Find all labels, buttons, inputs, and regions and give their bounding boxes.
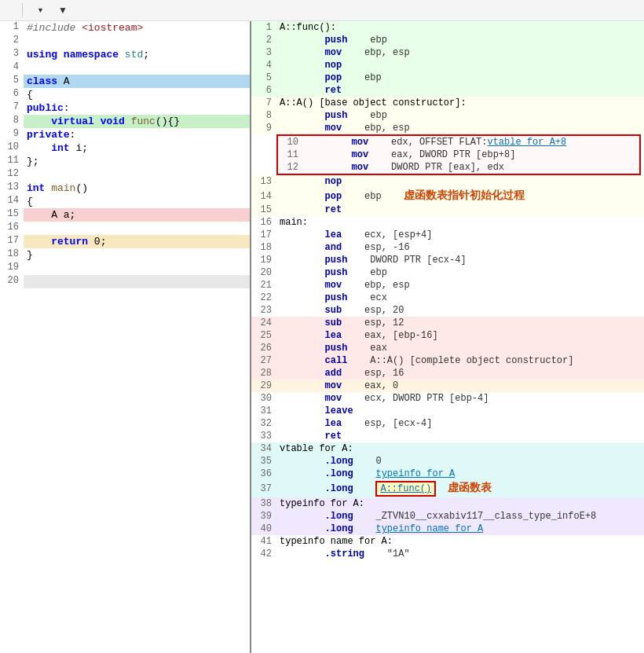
line-number: 20 [0, 275, 24, 288]
asm-line: 36 .long typeinfo for A [251, 468, 644, 480]
line-number: 2 [0, 35, 24, 48]
line-content: A a; [24, 208, 250, 222]
asm-line-content: .long typeinfo for A [276, 468, 644, 480]
asm-line: 30 mov ecx, DWORD PTR [ebp-4] [251, 392, 644, 405]
line-number: 15 [0, 208, 24, 222]
line-content: { [24, 88, 250, 101]
code-line: 2 [0, 35, 250, 48]
code-line: 6{ [0, 88, 250, 101]
asm-line-number: 23 [251, 305, 276, 316]
code-line: 10 int i; [0, 141, 250, 155]
line-content [24, 35, 250, 48]
code-line: 5class A [0, 75, 250, 88]
asm-line-content: .long _ZTVN10__cxxabiv117__class_type_in… [276, 510, 644, 523]
asm-line-number: 41 [251, 536, 276, 547]
line-content [24, 61, 250, 75]
output-arrow-icon: ▼ [37, 6, 44, 14]
asm-line-number: 27 [251, 355, 276, 366]
asm-line: 6 ret [251, 84, 644, 97]
asm-line-number: 13 [251, 176, 276, 187]
asm-line-number: 21 [251, 280, 276, 291]
asm-line-content: sub esp, 12 [276, 317, 644, 329]
asm-line-number: 24 [251, 317, 276, 328]
code-line: 19 [0, 262, 250, 275]
line-content: int main() [24, 182, 250, 195]
asm-line-content: lea esp, [ecx-4] [276, 417, 644, 430]
asm-line-number: 19 [251, 255, 276, 266]
asm-area: 1A::func():2 push ebp3 mov ebp, esp4 nop… [251, 21, 644, 560]
asm-line-content: main: [276, 216, 644, 229]
filter-icon: ▼ [58, 5, 68, 16]
asm-line: 26 push eax [251, 342, 644, 354]
asm-line-content: push ecx [276, 292, 644, 304]
line-content: { [24, 195, 250, 208]
asm-line-number: 3 [251, 47, 276, 58]
asm-line-content: mov ebp, esp [276, 122, 644, 134]
asm-line: 2 push ebp [251, 34, 644, 46]
asm-line-number: 40 [251, 523, 276, 534]
asm-line-content: call A::A() [complete object constructor… [276, 354, 644, 367]
asm-line-number: 14 [251, 191, 276, 202]
asm-line-content: and esp, -16 [276, 241, 644, 254]
asm-line-content: A::func(): [276, 21, 644, 34]
asm-line-number: 32 [251, 418, 276, 429]
asm-line: 12 mov DWORD PTR [eax], edx [278, 161, 639, 174]
line-number: 11 [0, 155, 24, 168]
code-line: 17 return 0; [0, 235, 250, 248]
asm-line-number: 11 [278, 149, 303, 160]
asm-line-number: 1 [251, 22, 276, 33]
asm-line-content: pop ebp 虚函数表指针初始化过程 [276, 188, 644, 204]
asm-line: 32 lea esp, [ecx-4] [251, 417, 644, 430]
code-line: 16 [0, 222, 250, 235]
asm-line-number: 12 [278, 162, 303, 173]
code-line: 1#include <iostream> [0, 21, 250, 35]
asm-line: 8 push ebp [251, 109, 644, 122]
line-number: 4 [0, 61, 24, 75]
asm-line: 10 mov edx, OFFSET FLAT:vtable for A+8 [278, 136, 639, 149]
asm-line-content: ret [276, 84, 644, 97]
asm-line-number: 35 [251, 456, 276, 467]
asm-line-number: 42 [251, 548, 276, 559]
asm-line: 16main: [251, 216, 644, 229]
asm-line-content: leave [276, 405, 644, 417]
libraries-button[interactable] [79, 9, 89, 12]
line-content [24, 275, 250, 288]
asm-line: 11 mov eax, DWORD PTR [ebp+8] [278, 149, 639, 161]
asm-line: 28 add esp, 16 [251, 367, 644, 380]
add-new-button[interactable] [93, 9, 103, 12]
asm-line-number: 8 [251, 110, 276, 121]
asm-line: 35 .long 0 [251, 455, 644, 468]
asm-line-content: vtable for A: [276, 442, 644, 455]
asm-line: 17 lea ecx, [esp+4] [251, 229, 644, 241]
asm-line: 21 mov ebp, esp [251, 279, 644, 292]
line-number: 9 [0, 128, 24, 141]
asm-line-number: 20 [251, 267, 276, 278]
output-button[interactable]: ▼ [27, 5, 49, 16]
asm-line: 20 push ebp [251, 266, 644, 279]
line-content: int i; [24, 141, 250, 155]
vtable-init-highlight: 10 mov edx, OFFSET FLAT:vtable for A+811… [276, 134, 641, 175]
asm-line: 23 sub esp, 20 [251, 304, 644, 317]
asm-line: 37 .long A::func() 虚函数表 [251, 480, 644, 497]
line-number: 5 [0, 75, 24, 88]
asm-line-number: 38 [251, 498, 276, 509]
code-line: 12 [0, 168, 250, 182]
toolbar-left: ▼ ▼ [6, 3, 117, 17]
asm-line-content: A::A() [base object constructor]: [276, 97, 644, 109]
add-t-button[interactable] [108, 9, 117, 12]
asm-line-content: sub esp, 20 [276, 304, 644, 317]
asm-line-number: 28 [251, 368, 276, 379]
asm-line-content: typeinfo name for A: [276, 535, 644, 548]
line-content: virtual void func(){} [24, 115, 250, 128]
asm-line-number: 9 [251, 123, 276, 134]
filter-button[interactable]: ▼ [53, 3, 75, 17]
asm-line-content: mov ecx, DWORD PTR [ebp-4] [276, 392, 644, 405]
asm-line: 22 push ecx [251, 292, 644, 304]
asm-line: 14 pop ebp 虚函数表指针初始化过程 [251, 188, 644, 204]
main-content: 1#include <iostream>2 3using namespace s… [0, 21, 644, 653]
asm-line-content: ret [276, 204, 644, 216]
code-line: 14{ [0, 195, 250, 208]
asm-line: 15 ret [251, 204, 644, 216]
line-content: public: [24, 101, 250, 115]
a-label[interactable] [6, 9, 13, 12]
